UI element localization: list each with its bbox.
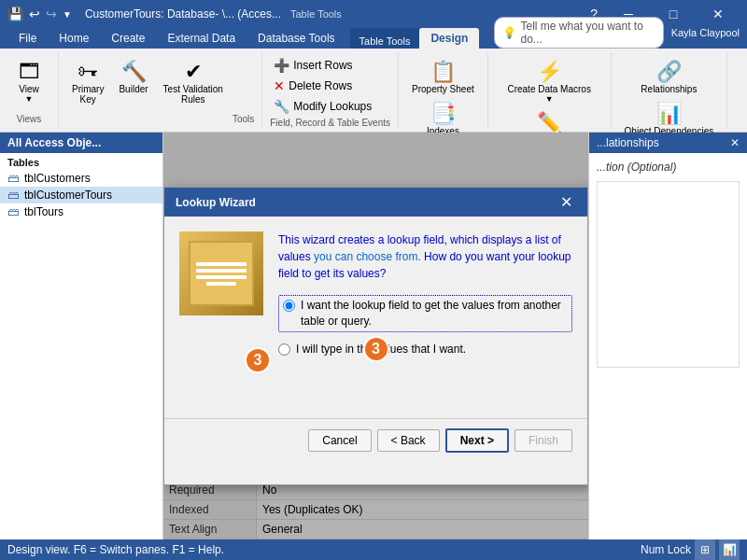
ribbon-group-show-hide: 📋 Property Sheet 📑 Indexes Show/Hide	[399, 52, 488, 128]
tab-file[interactable]: File	[7, 28, 48, 49]
tab-external-data[interactable]: External Data	[156, 28, 247, 49]
modal-footer: Cancel < Back Next > Finish	[164, 418, 587, 462]
cancel-button[interactable]: Cancel	[308, 429, 371, 452]
insert-rows-button[interactable]: ➕ Insert Rows	[270, 56, 390, 75]
status-right: Num Lock ⊞ 📊	[641, 539, 740, 560]
modal-description: This wizard creates a lookup field, whic…	[278, 231, 572, 282]
radio-option-1[interactable]: I want the lookup field to get the value…	[278, 295, 572, 332]
modal-text-panel: This wizard creates a lookup field, whic…	[278, 231, 572, 366]
ribbon-group-relationships: 🔗 Relationships 📊 Object Dependencies Re…	[612, 52, 728, 128]
table-tools-badge: Table Tools	[290, 8, 342, 20]
tab-database-tools[interactable]: Database Tools	[247, 28, 346, 49]
insert-rows-label: Insert Rows	[293, 59, 352, 72]
modal-header: Lookup Wizard ✕	[164, 188, 587, 217]
modal-close-button[interactable]: ✕	[557, 193, 576, 211]
next-step-badge: 3	[363, 336, 389, 362]
builder-label: Builder	[119, 84, 148, 94]
table-icon-2: 🗃	[7, 189, 19, 202]
image-inner	[189, 241, 254, 306]
datasheet-view-button[interactable]: 📊	[719, 539, 740, 560]
desc-highlight: you can choose from.	[314, 250, 421, 263]
modal-overlay: Lookup Wizard ✕	[163, 133, 588, 539]
relationships-label: Relationships	[641, 84, 697, 94]
undo-icon[interactable]: ↩	[29, 7, 40, 21]
table-ops-group-label: Field, Record & Table Events	[270, 116, 390, 128]
sidebar-item-tblcustomertours[interactable]: 🗃 tblCustomerTours	[0, 187, 162, 203]
img-line-4	[206, 282, 236, 286]
tell-me-input[interactable]: 💡 Tell me what you want to do...	[494, 17, 663, 49]
right-panel-close[interactable]: ✕	[730, 136, 740, 149]
lookup-wizard-dialog: Lookup Wizard ✕	[163, 187, 588, 485]
relationships-icon: 🔗	[656, 60, 682, 84]
tell-me-text: Tell me what you want to do...	[520, 20, 655, 46]
radio-input-2[interactable]	[278, 343, 290, 356]
view-label: View	[19, 84, 39, 94]
ribbon-group-macros: ⚡ Create Data Macros ▼ ✏️ Rename/ Delete…	[488, 52, 612, 128]
right-panel: ...lationships ✕ ...tion (Optional)	[588, 133, 747, 539]
right-panel-header: ...lationships ✕	[589, 133, 747, 153]
img-line-1	[196, 262, 247, 266]
modal-spacer: 3	[164, 381, 587, 418]
property-sheet-icon: 📋	[430, 60, 456, 84]
redo-icon[interactable]: ↪	[46, 7, 57, 21]
builder-button[interactable]: 🔨 Builder	[113, 56, 153, 98]
macros-dropdown-icon[interactable]: ▼	[545, 94, 554, 104]
sidebar-item-label-1: tblCustomers	[24, 172, 91, 185]
next-button[interactable]: Next >	[445, 428, 509, 453]
view-icon: 🗔	[19, 60, 39, 84]
modify-lookups-icon: 🔧	[274, 99, 289, 114]
back-button[interactable]: < Back	[377, 429, 440, 452]
status-bar: Design view. F6 = Switch panes. F1 = Hel…	[0, 539, 747, 560]
key-icon: 🗝	[78, 60, 98, 84]
macros-icon: ⚡	[537, 60, 562, 84]
views-group-label: Views	[17, 112, 42, 124]
modify-lookups-button[interactable]: 🔧 Modify Lookups	[270, 97, 390, 116]
builder-icon: 🔨	[121, 60, 147, 84]
ribbon-group-table-ops: ➕ Insert Rows ✕ Delete Rows 🔧 Modify Loo…	[262, 52, 399, 128]
wizard-image-panel: 3	[179, 231, 263, 366]
sidebar-item-tbltours[interactable]: 🗃 tblTours	[0, 203, 162, 220]
tab-create[interactable]: Create	[100, 28, 156, 49]
delete-rows-icon: ✕	[274, 78, 285, 93]
right-panel-content: ...tion (Optional)	[589, 153, 747, 375]
view-button[interactable]: 🗔 View ▼	[7, 56, 50, 107]
relationships-button[interactable]: 🔗 Relationships	[635, 56, 702, 98]
property-sheet-label: Property Sheet	[412, 84, 474, 94]
radio-option-2[interactable]: I will type in the values that I want.	[278, 342, 572, 357]
right-panel-title: ...lationships	[597, 136, 659, 149]
save-icon[interactable]: 💾	[7, 7, 23, 21]
sidebar-item-tblcustomers[interactable]: 🗃 tblCustomers	[0, 170, 162, 187]
num-lock-label: Num Lock	[641, 543, 691, 556]
finish-button[interactable]: Finish	[514, 429, 572, 452]
radio-input-1[interactable]	[283, 300, 295, 312]
radio-label-1: I want the lookup field to get the value…	[301, 298, 568, 329]
ribbon-group-tools: 🗝 PrimaryKey 🔨 Builder ✔ Test Validation…	[59, 52, 262, 128]
tab-home[interactable]: Home	[48, 28, 100, 49]
create-data-macros-button[interactable]: ⚡ Create Data Macros ▼	[501, 56, 596, 107]
delete-rows-button[interactable]: ✕ Delete Rows	[270, 77, 390, 95]
step-badge: 3	[245, 347, 271, 373]
title-bar-left: 💾 ↩ ↪ ▼ CustomerTours: Database- \... (A…	[7, 7, 342, 21]
sidebar-item-label-3: tblTours	[24, 205, 63, 218]
create-data-macros-label: Create Data Macros	[507, 84, 590, 94]
table-icon-1: 🗃	[7, 172, 19, 185]
object-dep-icon: 📊	[656, 102, 682, 126]
ribbon: 🗔 View ▼ Views 🗝 PrimaryKey 🔨 Builder ✔ …	[0, 49, 747, 133]
layout-view-button[interactable]: ⊞	[695, 539, 715, 560]
sidebar-title: All Access Obje...	[0, 133, 162, 153]
right-panel-workspace	[597, 181, 740, 368]
tab-design[interactable]: Design	[419, 28, 479, 49]
test-icon: ✔	[185, 60, 202, 84]
modal-title: Lookup Wizard	[176, 196, 256, 209]
indexes-icon: 📑	[430, 102, 456, 126]
table-tools-tab-label: Table Tools	[359, 35, 411, 47]
wizard-image	[179, 231, 263, 315]
property-sheet-button[interactable]: 📋 Property Sheet	[406, 56, 480, 98]
test-validation-button[interactable]: ✔ Test ValidationRules	[158, 56, 229, 108]
table-icon-3: 🗃	[7, 205, 19, 218]
dropdown-icon[interactable]: ▼	[63, 9, 72, 20]
tools-group-label: Tools	[233, 112, 254, 124]
primary-key-button[interactable]: 🗝 PrimaryKey	[66, 56, 109, 108]
lightbulb-icon: 💡	[502, 26, 516, 39]
view-dropdown-icon[interactable]: ▼	[25, 94, 34, 104]
